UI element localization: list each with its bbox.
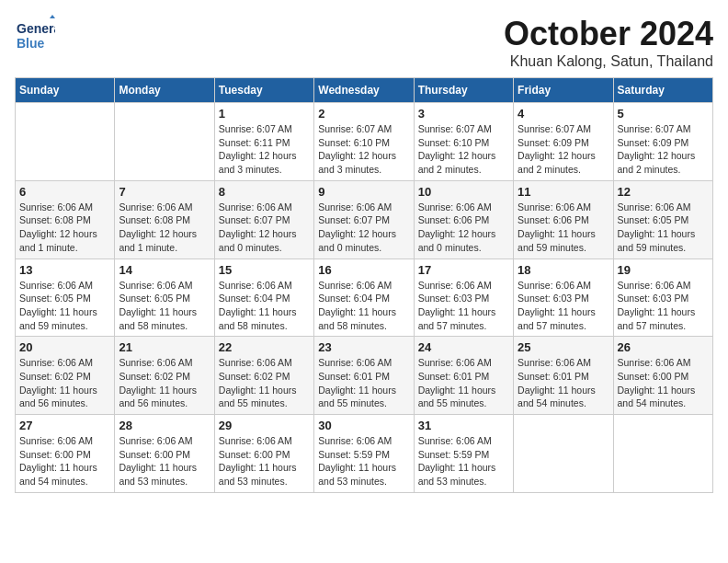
calendar-cell: 9Sunrise: 6:06 AMSunset: 6:07 PMDaylight… — [314, 180, 414, 259]
calendar-cell: 13Sunrise: 6:06 AMSunset: 6:05 PMDayligh… — [16, 259, 115, 337]
calendar-cell: 6Sunrise: 6:06 AMSunset: 6:08 PMDaylight… — [16, 180, 115, 259]
day-info: Sunrise: 6:06 AMSunset: 6:06 PMDaylight:… — [518, 201, 609, 255]
calendar-cell — [613, 415, 712, 493]
page-header: General Blue October 2024 Khuan Kalong, … — [15, 15, 713, 70]
day-number: 2 — [318, 107, 409, 121]
day-info: Sunrise: 6:07 AMSunset: 6:09 PMDaylight:… — [518, 122, 609, 177]
calendar-cell: 24Sunrise: 6:06 AMSunset: 6:01 PMDayligh… — [414, 337, 513, 415]
week-row-3: 13Sunrise: 6:06 AMSunset: 6:05 PMDayligh… — [16, 259, 713, 337]
day-info: Sunrise: 6:06 AMSunset: 5:59 PMDaylight:… — [418, 434, 509, 488]
calendar-cell: 23Sunrise: 6:06 AMSunset: 6:01 PMDayligh… — [314, 337, 414, 415]
day-info: Sunrise: 6:06 AMSunset: 6:07 PMDaylight:… — [219, 201, 310, 255]
week-row-4: 20Sunrise: 6:06 AMSunset: 6:02 PMDayligh… — [16, 337, 713, 415]
day-info: Sunrise: 6:06 AMSunset: 6:06 PMDaylight:… — [418, 201, 509, 255]
svg-text:General: General — [17, 21, 55, 36]
header-monday: Monday — [115, 78, 214, 103]
day-info: Sunrise: 6:07 AMSunset: 6:09 PMDaylight:… — [618, 122, 709, 177]
day-number: 13 — [19, 263, 110, 277]
day-number: 19 — [618, 263, 709, 277]
calendar-cell: 15Sunrise: 6:06 AMSunset: 6:04 PMDayligh… — [214, 259, 313, 337]
calendar-cell: 30Sunrise: 6:06 AMSunset: 5:59 PMDayligh… — [314, 415, 414, 493]
day-info: Sunrise: 6:06 AMSunset: 6:02 PMDaylight:… — [119, 356, 210, 410]
day-info: Sunrise: 6:06 AMSunset: 6:08 PMDaylight:… — [119, 201, 210, 255]
calendar-cell: 5Sunrise: 6:07 AMSunset: 6:09 PMDaylight… — [613, 103, 712, 181]
week-row-2: 6Sunrise: 6:06 AMSunset: 6:08 PMDaylight… — [16, 180, 713, 259]
calendar-cell: 21Sunrise: 6:06 AMSunset: 6:02 PMDayligh… — [115, 337, 214, 415]
day-number: 18 — [518, 263, 609, 277]
calendar-cell: 17Sunrise: 6:06 AMSunset: 6:03 PMDayligh… — [414, 259, 513, 337]
header-thursday: Thursday — [414, 78, 513, 103]
day-info: Sunrise: 6:06 AMSunset: 6:01 PMDaylight:… — [418, 356, 509, 410]
day-number: 16 — [318, 263, 409, 277]
day-info: Sunrise: 6:06 AMSunset: 6:07 PMDaylight:… — [318, 201, 409, 255]
calendar-cell: 4Sunrise: 6:07 AMSunset: 6:09 PMDaylight… — [514, 103, 613, 181]
day-info: Sunrise: 6:06 AMSunset: 6:00 PMDaylight:… — [19, 434, 110, 488]
header-tuesday: Tuesday — [214, 78, 313, 103]
day-info: Sunrise: 6:06 AMSunset: 6:01 PMDaylight:… — [318, 356, 409, 410]
day-number: 11 — [518, 185, 609, 199]
calendar-cell: 31Sunrise: 6:06 AMSunset: 5:59 PMDayligh… — [414, 415, 513, 493]
week-row-1: 1Sunrise: 6:07 AMSunset: 6:11 PMDaylight… — [16, 103, 713, 181]
calendar-cell: 27Sunrise: 6:06 AMSunset: 6:00 PMDayligh… — [16, 415, 115, 493]
day-number: 3 — [418, 107, 509, 121]
calendar-cell: 7Sunrise: 6:06 AMSunset: 6:08 PMDaylight… — [115, 180, 214, 259]
day-info: Sunrise: 6:06 AMSunset: 6:04 PMDaylight:… — [318, 279, 409, 333]
day-info: Sunrise: 6:06 AMSunset: 6:05 PMDaylight:… — [19, 279, 110, 333]
day-number: 28 — [119, 419, 210, 432]
location-title: Khuan Kalong, Satun, Thailand — [504, 53, 713, 70]
logo-svg: General Blue — [15, 15, 55, 55]
day-number: 31 — [418, 419, 509, 432]
week-row-5: 27Sunrise: 6:06 AMSunset: 6:00 PMDayligh… — [16, 415, 713, 493]
header-wednesday: Wednesday — [314, 78, 414, 103]
calendar-cell — [16, 103, 115, 181]
calendar-cell — [514, 415, 613, 493]
calendar-header-row: SundayMondayTuesdayWednesdayThursdayFrid… — [16, 78, 713, 103]
calendar-cell: 28Sunrise: 6:06 AMSunset: 6:00 PMDayligh… — [115, 415, 214, 493]
logo: General Blue — [15, 15, 55, 55]
day-number: 6 — [19, 185, 110, 199]
calendar-cell: 20Sunrise: 6:06 AMSunset: 6:02 PMDayligh… — [16, 337, 115, 415]
day-number: 26 — [618, 340, 709, 354]
day-number: 8 — [219, 185, 310, 199]
day-number: 15 — [219, 263, 310, 277]
calendar-cell: 14Sunrise: 6:06 AMSunset: 6:05 PMDayligh… — [115, 259, 214, 337]
day-number: 10 — [418, 185, 509, 199]
day-info: Sunrise: 6:06 AMSunset: 6:00 PMDaylight:… — [618, 356, 709, 410]
calendar-cell: 3Sunrise: 6:07 AMSunset: 6:10 PMDaylight… — [414, 103, 513, 181]
calendar-cell: 16Sunrise: 6:06 AMSunset: 6:04 PMDayligh… — [314, 259, 414, 337]
day-info: Sunrise: 6:07 AMSunset: 6:10 PMDaylight:… — [318, 122, 409, 177]
day-info: Sunrise: 6:06 AMSunset: 5:59 PMDaylight:… — [318, 434, 409, 488]
day-number: 4 — [518, 107, 609, 121]
day-number: 14 — [119, 263, 210, 277]
day-number: 12 — [618, 185, 709, 199]
day-info: Sunrise: 6:06 AMSunset: 6:01 PMDaylight:… — [518, 356, 609, 410]
calendar-cell: 11Sunrise: 6:06 AMSunset: 6:06 PMDayligh… — [514, 180, 613, 259]
day-number: 17 — [418, 263, 509, 277]
calendar-cell: 1Sunrise: 6:07 AMSunset: 6:11 PMDaylight… — [214, 103, 313, 181]
day-number: 20 — [19, 340, 110, 354]
day-number: 24 — [418, 340, 509, 354]
day-number: 23 — [318, 340, 409, 354]
calendar-cell: 22Sunrise: 6:06 AMSunset: 6:02 PMDayligh… — [214, 337, 313, 415]
day-number: 27 — [19, 419, 110, 432]
calendar-cell: 2Sunrise: 6:07 AMSunset: 6:10 PMDaylight… — [314, 103, 414, 181]
day-info: Sunrise: 6:06 AMSunset: 6:04 PMDaylight:… — [219, 279, 310, 333]
day-number: 29 — [219, 419, 310, 432]
day-info: Sunrise: 6:06 AMSunset: 6:05 PMDaylight:… — [119, 279, 210, 333]
day-info: Sunrise: 6:06 AMSunset: 6:03 PMDaylight:… — [518, 279, 609, 333]
day-number: 5 — [618, 107, 709, 121]
day-info: Sunrise: 6:06 AMSunset: 6:02 PMDaylight:… — [19, 356, 110, 410]
month-title: October 2024 — [504, 15, 713, 53]
calendar-cell: 12Sunrise: 6:06 AMSunset: 6:05 PMDayligh… — [613, 180, 712, 259]
day-info: Sunrise: 6:07 AMSunset: 6:10 PMDaylight:… — [418, 122, 509, 177]
day-number: 7 — [119, 185, 210, 199]
day-info: Sunrise: 6:06 AMSunset: 6:08 PMDaylight:… — [19, 201, 110, 255]
calendar-cell: 25Sunrise: 6:06 AMSunset: 6:01 PMDayligh… — [514, 337, 613, 415]
day-info: Sunrise: 6:07 AMSunset: 6:11 PMDaylight:… — [219, 122, 310, 177]
header-friday: Friday — [514, 78, 613, 103]
calendar-cell: 26Sunrise: 6:06 AMSunset: 6:00 PMDayligh… — [613, 337, 712, 415]
day-info: Sunrise: 6:06 AMSunset: 6:03 PMDaylight:… — [418, 279, 509, 333]
day-number: 1 — [219, 107, 310, 121]
day-number: 21 — [119, 340, 210, 354]
calendar-cell: 29Sunrise: 6:06 AMSunset: 6:00 PMDayligh… — [214, 415, 313, 493]
